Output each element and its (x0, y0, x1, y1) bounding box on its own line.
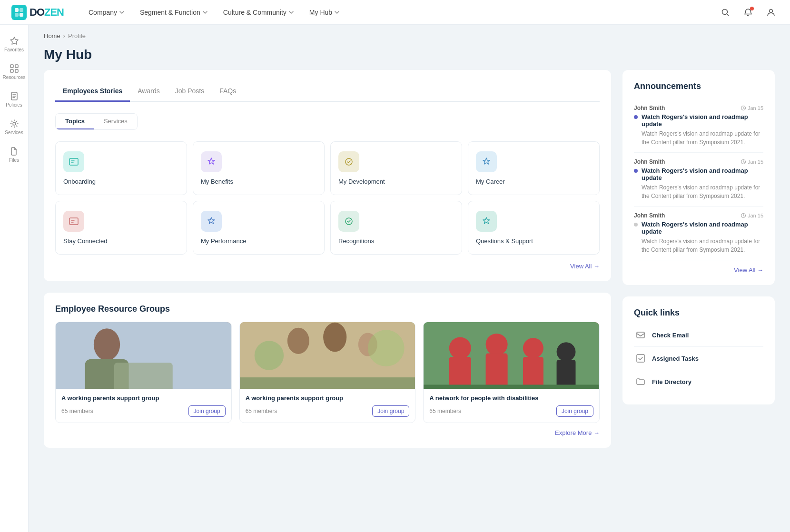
announcements-view-all: View All → (634, 266, 763, 274)
erg-body-1: A working parents support group 65 membe… (240, 389, 415, 423)
svg-rect-7 (15, 65, 18, 68)
ann-date-0: Jan 15 (741, 105, 763, 111)
tab-job-posts[interactable]: Job Posts (168, 81, 212, 102)
recognitions-label: Recognitions (338, 237, 374, 245)
document-icon (10, 91, 19, 101)
logo-text: DOZEN (30, 6, 64, 19)
inner-tab-services[interactable]: Services (94, 114, 137, 129)
grid-icon (10, 64, 19, 73)
svg-point-33 (523, 338, 543, 358)
ann-dot-2 (634, 223, 638, 227)
topic-my-development[interactable]: My Development (330, 141, 462, 195)
explore-more-link[interactable]: Explore More → (555, 429, 600, 436)
erg-join-button-1[interactable]: Join group (372, 405, 409, 417)
topic-my-performance[interactable]: My Performance (193, 201, 325, 255)
tasks-icon (634, 352, 647, 365)
view-all-topics-link[interactable]: View All → (570, 263, 600, 270)
questions-support-label: Questions & Support (476, 237, 533, 245)
nav-items: Company Segment & Function Culture & Com… (83, 5, 718, 20)
ql-check-email[interactable]: Check Email (634, 324, 763, 347)
sidebar-item-files[interactable]: Files (2, 143, 26, 167)
svg-point-22 (287, 328, 309, 354)
notifications-button[interactable] (741, 5, 756, 20)
quick-links-title: Quick links (634, 308, 763, 318)
clock-icon-0 (741, 105, 746, 111)
my-development-icon (338, 151, 359, 172)
svg-rect-1 (20, 8, 23, 12)
svg-rect-37 (424, 384, 599, 389)
erg-members-1: 65 members (246, 408, 277, 414)
main-card: Employees Stories Awards Job Posts FAQs … (44, 70, 611, 281)
star-icon (10, 36, 19, 46)
my-performance-icon (201, 211, 222, 232)
tab-faqs[interactable]: FAQs (212, 81, 244, 102)
nav-myhub[interactable]: My Hub (304, 5, 346, 20)
svg-point-4 (722, 9, 728, 14)
svg-rect-41 (637, 332, 644, 338)
topic-my-benefits[interactable]: My Benefits (193, 141, 325, 195)
svg-rect-9 (15, 69, 18, 72)
clock-icon-1 (741, 159, 746, 165)
ann-header-1: John Smith Jan 15 (634, 158, 763, 165)
top-navigation: DOZEN Company Segment & Function Culture… (0, 0, 790, 25)
erg-body-0: A working parents support group 65 membe… (56, 389, 231, 423)
sidebar-item-resources[interactable]: Resources (2, 60, 26, 84)
my-career-label: My Career (476, 178, 505, 185)
ann-title-0[interactable]: Watch Rogers's vision and roadmap update (642, 113, 763, 128)
ql-file-directory[interactable]: File Directory (634, 370, 763, 393)
svg-rect-8 (10, 69, 13, 72)
topic-stay-connected[interactable]: Stay Connected (55, 201, 187, 255)
sidebar-item-policies[interactable]: Policies (2, 88, 26, 111)
ann-content-row-2: Watch Rogers's vision and roadmap update… (634, 221, 763, 254)
erg-name-1: A working parents support group (246, 394, 410, 402)
announcements-view-all-link[interactable]: View All → (734, 266, 763, 274)
explore-more: Explore More → (55, 429, 600, 436)
ql-assigned-tasks-label: Assigned Tasks (652, 355, 699, 362)
erg-card-2: A network for people with disabilities 6… (423, 322, 600, 423)
nav-segment[interactable]: Segment & Function (134, 5, 214, 20)
onboarding-icon (63, 151, 84, 172)
sidebar-item-services[interactable]: Services (2, 115, 26, 139)
topic-recognitions[interactable]: Recognitions (330, 201, 462, 255)
erg-join-button-2[interactable]: Join group (556, 405, 593, 417)
ann-content-row-0: Watch Rogers's vision and roadmap update… (634, 113, 763, 147)
my-development-label: My Development (338, 178, 385, 185)
notification-dot (750, 7, 754, 10)
tab-employees-stories[interactable]: Employees Stories (55, 81, 130, 102)
profile-button[interactable] (763, 5, 779, 20)
breadcrumb-home[interactable]: Home (44, 32, 60, 39)
ann-content-1: Watch Rogers's vision and roadmap update… (642, 167, 763, 200)
svg-point-26 (254, 341, 283, 370)
ann-header-0: John Smith Jan 15 (634, 105, 763, 111)
ql-assigned-tasks[interactable]: Assigned Tasks (634, 347, 763, 370)
topic-onboarding[interactable]: Onboarding (55, 141, 187, 195)
my-performance-label: My Performance (201, 237, 246, 245)
breadcrumb-current: Profile (68, 32, 86, 39)
sidebar: Favorites Resources Policies Services Fi… (0, 25, 29, 532)
ann-header-2: John Smith Jan 15 (634, 212, 763, 219)
ann-title-1[interactable]: Watch Rogers's vision and roadmap update (642, 167, 763, 181)
ann-author-2: John Smith (634, 212, 665, 219)
sidebar-item-favorites[interactable]: Favorites (2, 32, 26, 56)
topic-questions-support[interactable]: Questions & Support (468, 201, 600, 255)
ann-author-0: John Smith (634, 105, 665, 111)
ann-title-2[interactable]: Watch Rogers's vision and roadmap update (642, 221, 763, 235)
tab-awards[interactable]: Awards (130, 81, 167, 102)
page-title: My Hub (29, 43, 790, 70)
svg-rect-36 (557, 360, 576, 389)
topic-my-career[interactable]: My Career (468, 141, 600, 195)
search-button[interactable] (718, 5, 733, 20)
erg-body-2: A network for people with disabilities 6… (424, 389, 599, 423)
logo-icon (11, 5, 27, 20)
my-career-icon (476, 151, 497, 172)
announcements-card: Announcements John Smith Jan 15 Watch Ro… (622, 70, 775, 285)
svg-rect-14 (69, 218, 78, 225)
nav-company[interactable]: Company (83, 5, 130, 20)
erg-image-1 (240, 322, 415, 389)
svg-point-17 (94, 328, 120, 361)
nav-culture[interactable]: Culture & Community (217, 5, 300, 20)
clock-icon-2 (741, 213, 746, 218)
logo[interactable]: DOZEN (11, 5, 64, 20)
inner-tab-topics[interactable]: Topics (56, 114, 94, 129)
erg-join-button-0[interactable]: Join group (188, 405, 226, 417)
